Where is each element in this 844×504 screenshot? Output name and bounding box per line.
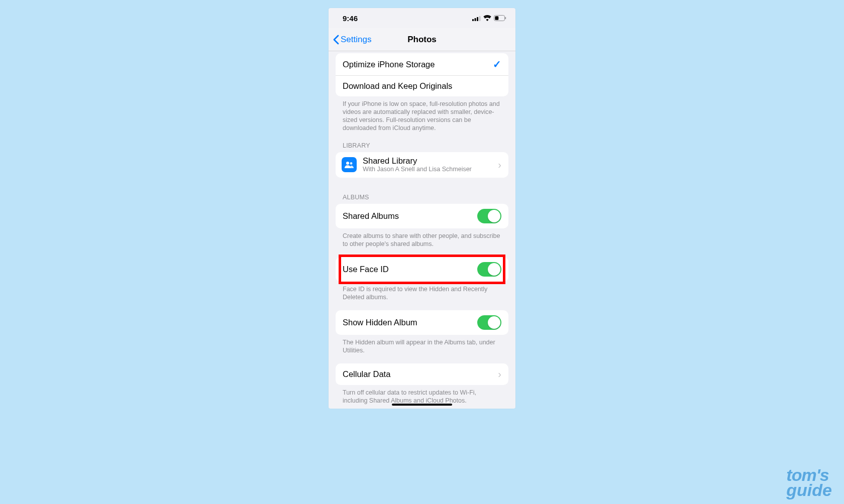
shared-albums-footer: Create albums to share with other people… — [329, 228, 515, 248]
watermark-line2: guide — [786, 483, 832, 498]
cellular-signal-icon — [472, 14, 481, 23]
face-id-footer: Face ID is required to view the Hidden a… — [329, 282, 515, 301]
cellular-data-row[interactable]: Cellular Data › — [336, 363, 508, 385]
content-scroll[interactable]: Optimize iPhone Storage ✓ Download and K… — [329, 51, 515, 409]
optimize-storage-label: Optimize iPhone Storage — [343, 60, 493, 69]
optimize-storage-row[interactable]: Optimize iPhone Storage ✓ — [336, 53, 508, 75]
svg-rect-6 — [505, 17, 506, 19]
back-label: Settings — [341, 35, 371, 45]
nav-bar: Settings Photos — [329, 28, 515, 51]
library-header: LIBRARY — [329, 132, 515, 152]
status-bar: 9:46 — [329, 8, 515, 28]
cellular-footer: Turn off cellular data to restrict updat… — [329, 385, 515, 405]
face-id-group: Use Face ID — [336, 257, 508, 282]
chevron-left-icon — [333, 35, 340, 45]
shared-albums-row[interactable]: Shared Albums — [336, 204, 508, 228]
shared-library-title: Shared Library — [363, 156, 492, 166]
cellular-data-label: Cellular Data — [343, 369, 498, 379]
svg-rect-5 — [495, 16, 498, 20]
svg-point-8 — [350, 162, 353, 165]
show-hidden-footer: The Hidden album will appear in the Albu… — [329, 335, 515, 354]
home-indicator[interactable] — [392, 404, 452, 406]
status-icons — [472, 14, 506, 23]
show-hidden-row[interactable]: Show Hidden Album — [336, 310, 508, 335]
wifi-icon — [483, 14, 491, 23]
chevron-right-icon: › — [498, 159, 501, 171]
svg-rect-3 — [479, 16, 481, 21]
chevron-right-icon: › — [498, 368, 501, 380]
storage-footer: If your iPhone is low on space, full-res… — [329, 96, 515, 132]
battery-icon — [494, 14, 506, 23]
status-time: 9:46 — [343, 14, 358, 23]
albums-header: ALBUMS — [329, 178, 515, 204]
shared-library-subtitle: With Jason A Snell and Lisa Schmeiser — [363, 166, 492, 174]
show-hidden-toggle[interactable] — [477, 315, 501, 330]
shared-albums-label: Shared Albums — [343, 211, 477, 221]
svg-rect-1 — [475, 18, 476, 21]
shared-library-row[interactable]: Shared Library With Jason A Snell and Li… — [336, 152, 508, 178]
svg-rect-2 — [477, 17, 478, 21]
storage-group: Optimize iPhone Storage ✓ Download and K… — [336, 53, 508, 96]
use-face-id-row[interactable]: Use Face ID — [336, 257, 508, 282]
phone-screenshot: 9:46 Settings Photos Optimize iPhone Sto… — [329, 8, 515, 409]
svg-rect-0 — [472, 19, 474, 21]
use-face-id-label: Use Face ID — [343, 265, 477, 274]
download-originals-label: Download and Keep Originals — [343, 81, 501, 91]
use-face-id-toggle[interactable] — [477, 262, 501, 277]
cellular-group: Cellular Data › — [336, 363, 508, 385]
svg-point-7 — [346, 162, 349, 165]
show-hidden-group: Show Hidden Album — [336, 310, 508, 335]
library-group: Shared Library With Jason A Snell and Li… — [336, 152, 508, 178]
checkmark-icon: ✓ — [493, 58, 501, 70]
watermark-logo: tom's guide — [786, 468, 832, 498]
shared-albums-group: Shared Albums — [336, 204, 508, 228]
download-originals-row[interactable]: Download and Keep Originals — [336, 75, 508, 96]
show-hidden-label: Show Hidden Album — [343, 318, 477, 327]
back-button[interactable]: Settings — [331, 28, 371, 51]
shared-library-icon — [342, 157, 357, 172]
shared-albums-toggle[interactable] — [477, 209, 501, 223]
